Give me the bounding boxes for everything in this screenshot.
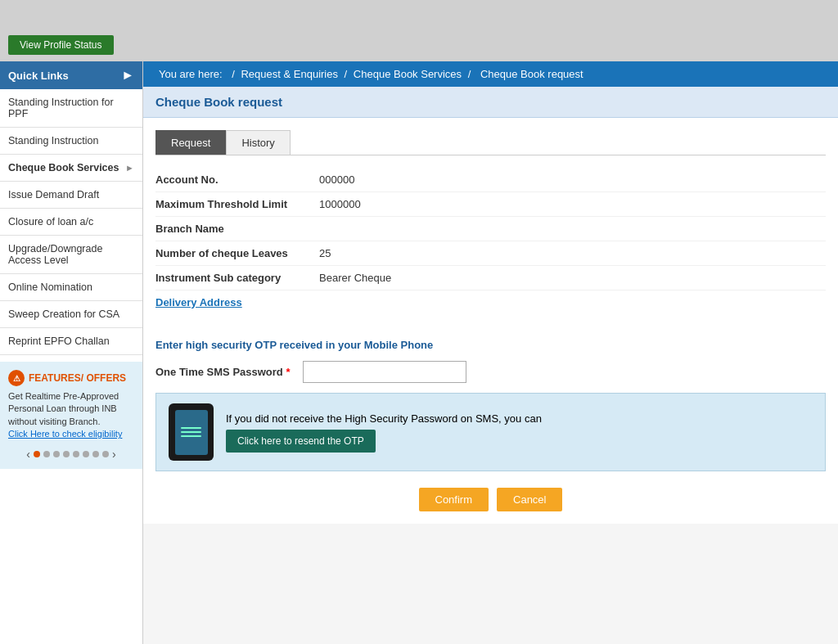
form-row-instrument: Instrument Sub category Bearer Cheque [155,266,826,290]
value-threshold: 1000000 [319,198,361,210]
carousel-dot-1[interactable] [34,451,40,457]
phone-line-3 [181,435,201,437]
breadcrumb: You are here: / Request & Enquiries / Ch… [143,61,838,87]
carousel-prev-icon[interactable]: ‹ [26,448,30,461]
sidebar-item-label: Online Nomination [8,281,92,293]
resend-text: If you did not receive the High Security… [226,412,542,425]
sidebar-header[interactable]: Quick Links ► [0,61,142,89]
otp-title: Enter high security OTP received in your… [155,339,826,351]
carousel-dot-8[interactable] [102,451,109,457]
view-profile-button[interactable]: View Profile Status [8,35,114,55]
features-title-text: FEATURES/ OFFERS [29,372,126,384]
sidebar-item-cheque-book[interactable]: Cheque Book Services ► [0,155,142,182]
action-buttons: Confirm Cancel [155,488,826,511]
value-instrument: Bearer Cheque [319,272,391,284]
page-title: Cheque Book request [155,95,282,109]
sidebar-item-closure-loan[interactable]: Closure of loan a/c [0,209,142,236]
otp-section: Enter high security OTP received in your… [155,339,826,471]
form-row-cheque-leaves: Number of cheque Leaves 25 [155,241,826,266]
carousel-dot-2[interactable] [43,451,50,457]
sidebar-arrow-icon: ► [121,68,134,83]
sidebar-item-online-nomination[interactable]: Online Nomination [0,274,142,301]
sidebar-title: Quick Links [8,70,69,82]
carousel-dot-7[interactable] [92,451,99,457]
carousel-dot-4[interactable] [63,451,70,457]
label-cheque-leaves: Number of cheque Leaves [155,247,319,259]
tab-history[interactable]: History [226,130,290,155]
carousel-dots: ‹ › [8,448,134,461]
tabs: Request History [155,130,826,155]
expand-arrow-icon: ► [125,163,134,173]
breadcrumb-you-are-here: You are here: [159,68,223,80]
phone-screen [175,410,208,455]
sidebar-item-sweep-creation[interactable]: Sweep Creation for CSA [0,301,142,328]
phone-line-2 [181,431,201,433]
label-threshold: Maximum Threshold Limit [155,198,319,210]
sidebar-item-standing-ppf[interactable]: Standing Instruction for PPF [0,89,142,128]
cancel-button[interactable]: Cancel [497,488,562,511]
sidebar-item-label: Standing Instruction for PPF [8,97,134,119]
label-account-no: Account No. [155,173,319,186]
phone-icon [169,403,214,461]
features-title: ⚠ FEATURES/ OFFERS [8,370,134,386]
otp-label: One Time SMS Password * [155,366,291,378]
features-icon: ⚠ [8,370,25,386]
sidebar-item-label: Reprint EPFO Challan [8,336,110,347]
carousel-next-icon[interactable]: › [112,448,116,461]
otp-row: One Time SMS Password * [155,361,826,383]
breadcrumb-link-request[interactable]: Request & Enquiries [241,68,338,80]
phone-line-1 [181,427,201,429]
form-row-threshold: Maximum Threshold Limit 1000000 [155,192,826,217]
resend-content: If you did not receive the High Security… [226,412,542,453]
phone-lines [181,427,201,437]
sidebar-item-reprint-epfo[interactable]: Reprint EPFO Challan [0,328,142,355]
sidebar-item-label: Closure of loan a/c [8,216,93,227]
breadcrumb-sep2: / [345,68,350,80]
breadcrumb-link-cheque[interactable]: Cheque Book Services [354,68,462,80]
carousel-dot-5[interactable] [73,451,79,457]
resend-box: If you did not receive the High Security… [155,393,826,471]
value-account-no: 000000 [319,173,354,186]
breadcrumb-sep3: / [468,68,474,80]
sidebar-item-label: Standing Instruction [8,135,99,146]
carousel-dot-6[interactable] [83,451,89,457]
label-branch: Branch Name [155,223,319,235]
confirm-button[interactable]: Confirm [419,488,489,511]
features-link[interactable]: Click Here to check eligibility [8,429,122,439]
main-content: You are here: / Request & Enquiries / Ch… [143,61,838,644]
otp-required: * [286,366,290,378]
sidebar-item-label: Issue Demand Draft [8,189,99,200]
carousel-dot-3[interactable] [53,451,60,457]
delivery-address-link[interactable]: Delivery Address [155,290,826,314]
sidebar-item-label: Upgrade/Downgrade Access Level [8,243,134,266]
resend-otp-button[interactable]: Click here to resend the OTP [226,430,376,453]
value-cheque-leaves: 25 [319,247,331,259]
tab-request[interactable]: Request [155,130,226,155]
breadcrumb-current: Cheque Book request [480,68,583,80]
content-area: Request History Account No. 000000 Maxim… [143,118,838,524]
sidebar-item-standing-instruction[interactable]: Standing Instruction [0,128,142,155]
form-section: Account No. 000000 Maximum Threshold Lim… [155,168,826,314]
sidebar-item-label: Cheque Book Services [8,162,119,173]
features-text: Get Realtime Pre-Approved Personal Loan … [8,390,134,441]
label-instrument: Instrument Sub category [155,272,319,284]
sidebar-item-label: Sweep Creation for CSA [8,308,119,320]
page-title-bar: Cheque Book request [143,87,838,118]
sidebar-item-demand-draft[interactable]: Issue Demand Draft [0,182,142,209]
form-row-account: Account No. 000000 [155,168,826,192]
sidebar: Quick Links ► Standing Instruction for P… [0,61,143,644]
otp-input[interactable] [303,361,466,383]
form-row-branch: Branch Name [155,217,826,241]
sidebar-item-upgrade-access[interactable]: Upgrade/Downgrade Access Level [0,236,142,274]
features-offers-box: ⚠ FEATURES/ OFFERS Get Realtime Pre-Appr… [0,362,142,469]
breadcrumb-sep1: / [232,68,237,80]
